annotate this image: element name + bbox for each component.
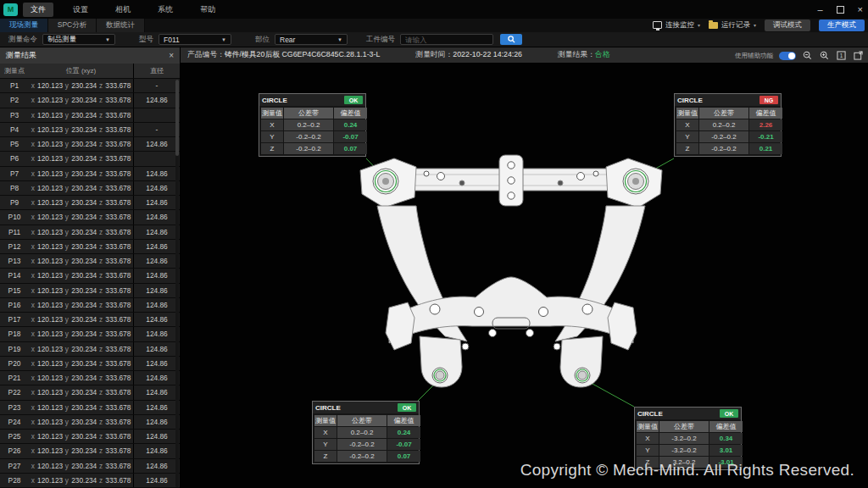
fullscreen-icon[interactable] [853,50,864,61]
point-value: 124.86 [133,167,180,180]
assist-toggle-label: 使用辅助功能 [735,52,773,60]
production-mode-button[interactable]: 生产模式 [819,19,865,31]
panel-scrollbar[interactable] [175,80,179,487]
menu-item-系统[interactable]: 系统 [150,3,181,17]
callout-axis: Z [314,451,337,462]
menu-item-设置[interactable]: 设置 [65,3,96,17]
table-row[interactable]: P26x 120.123y 230.234z 333.678124.86 [0,444,180,458]
circle-callout-top-left[interactable]: CIRCLEOK测量值公差带偏差值X0.2–0.20.24Y-0.2–0.2-0… [259,93,366,157]
model-label: 型号 [139,35,153,45]
callout-title: CIRCLE [262,97,287,104]
point-value: 124.86 [133,474,180,487]
callout-column-header: 测量值 [261,108,283,119]
minimize-button[interactable]: – [817,4,822,14]
assist-toggle[interactable] [779,52,796,60]
run-record[interactable]: 运行记录 ▾ [709,20,756,30]
table-row[interactable]: P24x 120.123y 230.234z 333.678124.86 [0,415,180,430]
model-dropdown[interactable]: F011 ▼ [159,34,231,45]
app-logo-icon: M [3,3,18,16]
table-row[interactable]: P12x 120.123y 230.234z 333.678124.86 [0,240,180,254]
table-row[interactable]: P2x 120.123y 230.234z 333.678124.86 [0,93,180,108]
table-row[interactable]: P27x 120.123y 230.234z 333.678124.86 [0,459,180,474]
point-id: P7 [0,169,29,178]
command-value: 制品测量 [47,35,76,45]
section-dropdown[interactable]: Rear ▼ [275,34,348,45]
point-id: P16 [0,301,29,309]
circle-callout-top-right[interactable]: CIRCLENG测量值公差带偏差值X0.2–0.22.26Y-0.2–0.2-0… [674,93,782,157]
point-value: 124.86 [133,269,180,282]
point-id: P26 [0,446,29,455]
search-button[interactable] [500,34,522,45]
point-coordinates: x 120.123y 230.234z 333.678 [29,184,133,192]
callout-title: CIRCLE [315,404,341,412]
measurement-rows: P1x 120.123y 230.234z 333.678-P2x 120.12… [0,79,180,488]
callout-column-header: 测量值 [676,108,698,119]
callout-deviation: 0.24 [387,427,420,438]
point-id: P2 [0,96,29,104]
chevron-down-icon: ▾ [754,22,756,28]
zoom-in-icon[interactable] [819,50,830,61]
table-row[interactable]: P6x 120.123y 230.234z 333.678 [0,152,180,166]
table-row[interactable]: P13x 120.123y 230.234z 333.678124.86 [0,254,180,269]
callout-column-header: 公差带 [284,108,333,119]
panel-close-icon[interactable]: × [169,51,174,60]
callout-axis: X [676,119,698,130]
circle-callout-bottom-left[interactable]: CIRCLEOK测量值公差带偏差值X0.2–0.20.24Y-0.2–0.2-0… [312,401,420,464]
tab-现场测量[interactable]: 现场测量 [0,19,48,32]
tab-数据统计[interactable]: 数据统计 [97,19,145,32]
menu-item-文件[interactable]: 文件 [23,3,53,17]
table-row[interactable]: P1x 120.123y 230.234z 333.678- [0,79,180,93]
table-row[interactable]: P20x 120.123y 230.234z 333.678124.86 [0,357,180,371]
table-row[interactable]: P19x 120.123y 230.234z 333.678124.86 [0,342,180,357]
table-row[interactable]: P28x 120.123y 230.234z 333.678124.86 [0,474,180,488]
callout-column-header: 测量值 [314,415,337,426]
table-row[interactable]: P5x 120.123y 230.234z 333.678124.86 [0,137,180,152]
status-badge: OK [720,409,738,418]
table-row[interactable]: P10x 120.123y 230.234z 333.678124.86 [0,210,180,225]
zoom-out-icon[interactable] [802,50,813,61]
callout-grid: 测量值公差带偏差值X0.2–0.22.26Y-0.2–0.2-0.21Z-0.2… [675,106,781,156]
close-button[interactable]: × [858,4,863,14]
fit-view-icon[interactable]: 1 [836,50,847,61]
point-id: P21 [0,374,29,382]
maximize-button[interactable] [837,6,844,14]
point-coordinates: x 120.123y 230.234z 333.678 [29,418,133,426]
point-id: P19 [0,345,29,353]
table-row[interactable]: P22x 120.123y 230.234z 333.678124.86 [0,385,180,400]
callout-axis: X [314,427,337,438]
table-row[interactable]: P16x 120.123y 230.234z 333.678124.86 [0,298,180,313]
table-row[interactable]: P8x 120.123y 230.234z 333.678124.86 [0,181,180,196]
table-row[interactable]: P7x 120.123y 230.234z 333.678124.86 [0,167,180,181]
tab-SPC分析[interactable]: SPC分析 [48,19,97,32]
part-no-input[interactable] [400,34,493,45]
status-badge: OK [398,403,416,412]
toolbar: 测量命令 制品测量 ▼ 型号 F011 ▼ 部位 Rear ▼ 工件编号 [0,32,868,47]
callout-axis: X [261,119,283,130]
point-coordinates: x 120.123y 230.234z 333.678 [29,286,133,295]
point-coordinates: x 120.123y 230.234z 333.678 [29,374,133,382]
table-row[interactable]: P23x 120.123y 230.234z 333.678124.86 [0,401,180,415]
point-value: 124.86 [133,357,180,370]
column-point: 测量点 [0,66,29,75]
table-row[interactable]: P4x 120.123y 230.234z 333.678- [0,123,180,137]
table-row[interactable]: P9x 120.123y 230.234z 333.678124.86 [0,196,180,210]
table-row[interactable]: P11x 120.123y 230.234z 333.678124.86 [0,225,180,240]
table-row[interactable]: P25x 120.123y 230.234z 333.678124.86 [0,430,180,444]
table-row[interactable]: P21x 120.123y 230.234z 333.678124.86 [0,371,180,385]
table-row[interactable]: P14x 120.123y 230.234z 333.678124.86 [0,269,180,283]
point-coordinates: x 120.123y 230.234z 333.678 [29,242,133,251]
point-coordinates: x 120.123y 230.234z 333.678 [29,125,133,134]
menu-item-帮助[interactable]: 帮助 [192,3,223,17]
table-row[interactable]: P15x 120.123y 230.234z 333.678124.86 [0,284,180,298]
command-dropdown[interactable]: 制品测量 ▼ [42,34,115,45]
table-row[interactable]: P3x 120.123y 230.234z 333.678 [0,108,180,123]
connect-monitor[interactable]: 连接监控 ▾ [653,20,700,30]
table-row[interactable]: P17x 120.123y 230.234z 333.678124.86 [0,313,180,327]
debug-mode-button[interactable]: 调试模式 [765,19,810,31]
viewport-3d[interactable]: CIRCLEOK测量值公差带偏差值X0.2–0.20.24Y-0.2–0.2-0… [181,64,868,488]
callout-tolerance: 0.2–0.2 [699,119,748,130]
callout-axis: Z [676,143,698,154]
menu-item-相机[interactable]: 相机 [108,3,138,17]
table-row[interactable]: P18x 120.123y 230.234z 333.678124.86 [0,327,180,341]
point-id: P24 [0,418,29,426]
